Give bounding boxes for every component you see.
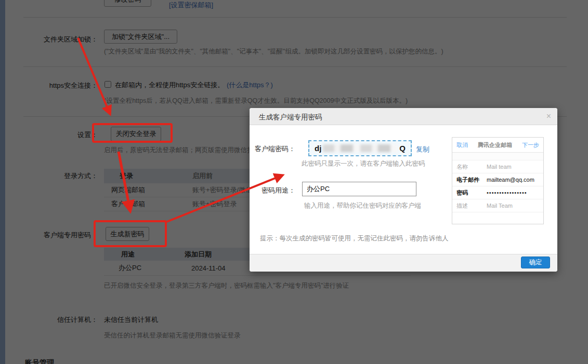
ios-spacer	[452, 153, 543, 160]
ios-mail-setup-illustration: 取消 腾讯企业邮箱 下一步 名称 Mail team 电子邮件 mailteam…	[452, 137, 544, 224]
dialog-title: 生成客户端专用密码	[259, 113, 322, 122]
ios-field-row: 描述 Mail Team	[452, 199, 543, 212]
dialog-footer	[250, 254, 557, 272]
ios-field-label: 密码	[456, 189, 487, 197]
ios-field-label: 描述	[456, 202, 487, 210]
password-redacted-blur	[323, 144, 398, 152]
ios-field-label: 名称	[456, 163, 487, 171]
password-hint: 此密码只显示一次，请在客户端输入此密码	[302, 159, 425, 168]
usage-hint: 输入用途，帮助你记住密码对应的客户端	[304, 201, 421, 210]
dialog-header: 生成客户端专用密码 ×	[250, 108, 557, 125]
usage-input[interactable]	[302, 182, 416, 196]
ios-field-row: 密码 ••••••••••••••••	[452, 186, 543, 199]
generated-password-box: dj Q	[308, 140, 412, 156]
client-password-field-label: 客户端密码：	[250, 144, 295, 154]
dialog-tip: 提示：每次生成的密码皆可使用，无需记住此密码，请勿告诉他人	[260, 234, 449, 243]
copy-password-link[interactable]: 复制	[416, 145, 429, 154]
password-prefix: dj	[315, 144, 321, 153]
confirm-button[interactable]: 确定	[521, 257, 550, 268]
ios-next-label: 下一步	[522, 141, 539, 149]
ios-nav-bar: 取消 腾讯企业邮箱 下一步	[452, 138, 543, 153]
generate-client-password-dialog: 生成客户端专用密码 × 客户端密码： dj Q 复制 此密码只显示一次，请在客户…	[250, 108, 557, 272]
usage-field-label: 密码用途：	[250, 186, 295, 195]
ios-field-row: 名称 Mail team	[452, 160, 543, 173]
password-suffix: Q	[399, 144, 406, 153]
ios-field-value: mailteam@qq.com	[487, 177, 534, 183]
ios-field-value: ••••••••••••••••	[487, 190, 527, 196]
ios-cancel-label: 取消	[456, 141, 468, 149]
ios-field-label: 电子邮件	[456, 176, 487, 184]
ios-field-row: 电子邮件 mailteam@qq.com	[452, 173, 543, 186]
ios-field-value: Mail team	[487, 164, 512, 170]
close-icon[interactable]: ×	[546, 112, 551, 121]
ios-field-value: Mail Team	[487, 203, 513, 209]
ios-nav-title: 腾讯企业邮箱	[478, 141, 512, 149]
